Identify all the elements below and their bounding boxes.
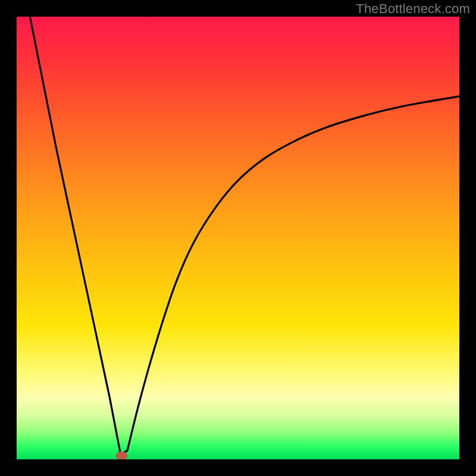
attribution-text: TheBottleneck.com	[356, 1, 470, 17]
plot-area	[17, 17, 459, 459]
chart-frame: TheBottleneck.com	[0, 0, 476, 476]
curve-path	[30, 17, 459, 455]
min-marker	[115, 452, 127, 459]
curve-svg	[17, 17, 459, 459]
